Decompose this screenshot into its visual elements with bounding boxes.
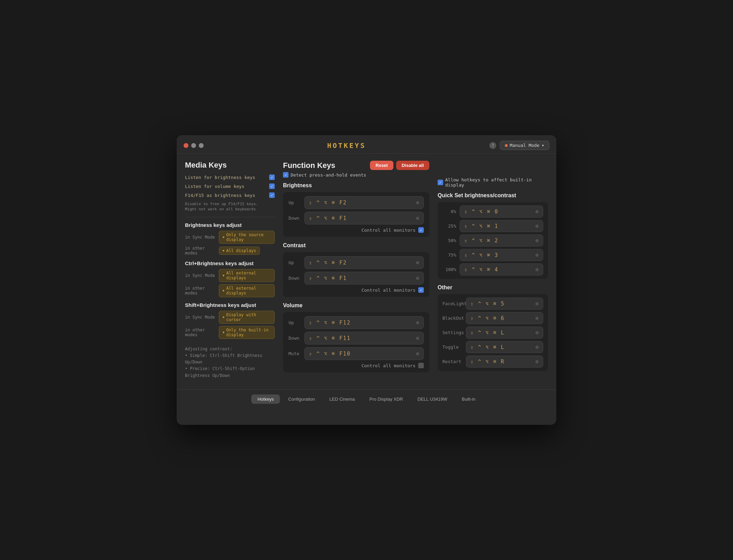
contrast-control-all: Control all monitors ✓ — [289, 287, 424, 293]
brightness-key-area: Up ⇧ ^ ⌥ ⌘ F2 ⊗ Down ⇧ ^ ⌥ ⌘ F1 ⊗ — [283, 192, 429, 237]
dropdown-arrow-2: ▼ — [223, 249, 224, 252]
volume-up-row: Up ⇧ ^ ⌥ ⌘ F12 ⊗ — [289, 316, 424, 329]
brightness-down-row: Down ⇧ ^ ⌥ ⌘ F1 ⊗ — [289, 212, 424, 224]
qs-50-row: 50% ⇧ ^ ⌥ ⌘ 2 ⊗ — [442, 234, 543, 247]
volume-keys-checkbox[interactable]: ✓ — [269, 183, 275, 189]
down-label: Down — [289, 216, 304, 221]
brightness-other-dropdown[interactable]: ▼ All displays — [219, 247, 260, 255]
restart-input[interactable]: ⇧ ^ ⌥ ⌘ R ⊗ — [466, 356, 543, 368]
ctrl-other-dropdown[interactable]: ▼ All external displays — [219, 284, 275, 297]
restart-clear[interactable]: ⊗ — [535, 358, 539, 365]
contrast-control-label: Control all monitors — [361, 288, 416, 293]
qs-0-clear[interactable]: ⊗ — [535, 208, 539, 215]
contrast-down-input[interactable]: ⇧ ^ ⌥ ⌘ F1 ⊗ — [304, 272, 424, 284]
contrast-down-clear[interactable]: ⊗ — [416, 275, 419, 281]
settings-clear[interactable]: ⊗ — [535, 329, 539, 336]
volume-up-label: Up — [289, 320, 304, 325]
contrast-up-input[interactable]: ⇧ ^ ⌥ ⌘ F2 ⊗ — [304, 256, 424, 269]
brightness-sync-dropdown[interactable]: ▼ Only the source display — [219, 231, 275, 244]
dropdown-arrow-5: ▼ — [223, 316, 224, 319]
mode-label: Manual Mode — [510, 143, 539, 148]
reset-button[interactable]: Reset — [370, 161, 393, 170]
tab-configuration[interactable]: Configuration — [282, 394, 321, 404]
settings-input[interactable]: ⇧ ^ ⌥ ⌘ L ⊗ — [466, 327, 543, 339]
shift-sync-dropdown[interactable]: ▼ Display with cursor — [219, 311, 275, 324]
volume-control-checkbox[interactable] — [418, 363, 424, 368]
volume-down-clear[interactable]: ⊗ — [416, 335, 419, 341]
qs-75-row: 75% ⇧ ^ ⌥ ⌘ 3 ⊗ — [442, 249, 543, 261]
brightness-other-row: in other modes ▼ All displays — [185, 246, 275, 256]
shift-other-row: in other modes ▼ Only the built-in displ… — [185, 326, 275, 339]
close-button[interactable] — [184, 143, 188, 148]
shift-other-label: in other modes — [185, 328, 216, 337]
disable-all-button[interactable]: Disable all — [396, 161, 429, 170]
volume-down-keys: ⇧ ^ ⌥ ⌘ F11 — [309, 335, 351, 341]
brightness-up-input[interactable]: ⇧ ^ ⌥ ⌘ F2 ⊗ — [304, 196, 424, 209]
qs-25-clear[interactable]: ⊗ — [535, 223, 539, 229]
qs-75-clear[interactable]: ⊗ — [535, 252, 539, 258]
brightness-down-clear[interactable]: ⊗ — [416, 215, 419, 221]
qs-25-pct: 25% — [442, 223, 456, 229]
ctrl-sync-dropdown[interactable]: ▼ All external displays — [219, 269, 275, 282]
brightness-control-checkbox[interactable]: ✓ — [418, 227, 424, 233]
qs-50-clear[interactable]: ⊗ — [535, 237, 539, 244]
facelight-keys: ⇧ ^ ⌥ ⌘ 5 — [470, 301, 505, 307]
facelight-clear[interactable]: ⊗ — [535, 300, 539, 307]
contrast-up-clear[interactable]: ⊗ — [416, 259, 419, 266]
blackout-clear[interactable]: ⊗ — [535, 315, 539, 321]
blackout-keys: ⇧ ^ ⌥ ⌘ 6 — [470, 315, 505, 321]
qs-50-input[interactable]: ⇧ ^ ⌥ ⌘ 2 ⊗ — [460, 234, 543, 247]
volume-up-clear[interactable]: ⊗ — [416, 319, 419, 326]
brightness-keys-checkbox[interactable]: ✓ — [269, 174, 275, 180]
tab-dell-u3419w[interactable]: DELL U3419W — [411, 394, 453, 404]
f14f15-row: F14/F15 as brightness keys ✓ — [185, 192, 275, 198]
contrast-control-checkbox[interactable]: ✓ — [418, 287, 424, 293]
qs-0-pct: 0% — [442, 209, 456, 214]
brightness-down-input[interactable]: ⇧ ^ ⌥ ⌘ F1 ⊗ — [304, 212, 424, 224]
tab-led-cinema[interactable]: LED Cinema — [323, 394, 361, 404]
toggle-row: Toggle ⇧ ^ ⌥ ⌘ L ⊗ — [442, 341, 543, 353]
app-window: HOTKEYS ? Manual Mode ▾ Media Keys Liste… — [177, 135, 556, 425]
detect-checkbox[interactable]: ✓ — [283, 172, 289, 178]
qs-50-pct: 50% — [442, 238, 456, 243]
toggle-input[interactable]: ⇧ ^ ⌥ ⌘ L ⊗ — [466, 341, 543, 353]
qs-25-input[interactable]: ⇧ ^ ⌥ ⌘ 1 ⊗ — [460, 220, 543, 232]
notes-text: Adjusting contrast: • Simple: Ctrl-Shift… — [185, 346, 275, 379]
f14f15-checkbox[interactable]: ✓ — [269, 192, 275, 198]
volume-down-input[interactable]: ⇧ ^ ⌥ ⌘ F11 ⊗ — [304, 332, 424, 344]
tab-pro-display-xdr[interactable]: Pro Display XDR — [363, 394, 409, 404]
right-column: ✓ Allow hotkeys to affect built-in displ… — [438, 161, 548, 379]
shift-adjust-title: Shift+Brightness keys adjust — [185, 302, 275, 308]
mute-clear[interactable]: ⊗ — [416, 350, 419, 357]
info-button[interactable]: ? — [489, 142, 496, 149]
qs-100-input[interactable]: ⇧ ^ ⌥ ⌘ 4 ⊗ — [460, 263, 543, 276]
volume-up-input[interactable]: ⇧ ^ ⌥ ⌘ F12 ⊗ — [304, 316, 424, 329]
qs-100-clear[interactable]: ⊗ — [535, 266, 539, 273]
facelight-input[interactable]: ⇧ ^ ⌥ ⌘ 5 ⊗ — [466, 298, 543, 310]
shift-sync-value: Display with cursor — [226, 312, 271, 322]
minimize-button[interactable] — [191, 143, 196, 148]
qs-75-input[interactable]: ⇧ ^ ⌥ ⌘ 3 ⊗ — [460, 249, 543, 261]
main-content: Media Keys Listen for brightness keys ✓ … — [177, 154, 556, 386]
tab-built-in[interactable]: Built-in — [456, 394, 482, 404]
mode-button[interactable]: Manual Mode ▾ — [500, 141, 549, 150]
brightness-up-clear[interactable]: ⊗ — [416, 199, 419, 206]
contrast-up-label: Up — [289, 260, 304, 265]
settings-keys: ⇧ ^ ⌥ ⌘ L — [470, 330, 505, 336]
fullscreen-button[interactable] — [199, 143, 204, 148]
blackout-input[interactable]: ⇧ ^ ⌥ ⌘ 6 ⊗ — [466, 312, 543, 324]
toggle-clear[interactable]: ⊗ — [535, 344, 539, 350]
allow-checkbox[interactable]: ✓ — [438, 180, 443, 185]
allow-row: ✓ Allow hotkeys to affect built-in displ… — [438, 177, 548, 188]
shift-other-dropdown[interactable]: ▼ Only the built-in display — [219, 326, 275, 339]
restart-keys: ⇧ ^ ⌥ ⌘ R — [470, 359, 505, 365]
qs-0-input[interactable]: ⇧ ^ ⌥ ⌘ 0 ⊗ — [460, 206, 543, 218]
volume-down-label: Down — [289, 336, 304, 341]
volume-subtitle: Volume — [283, 302, 429, 309]
brightness-other-value: All displays — [226, 248, 256, 253]
tab-hotkeys[interactable]: Hotkeys — [251, 394, 280, 404]
mute-input[interactable]: ⇧ ^ ⌥ ⌘ F10 ⊗ — [304, 347, 424, 360]
contrast-down-label: Down — [289, 276, 304, 281]
other-title: Other — [438, 284, 548, 291]
settings-label: Settings — [442, 330, 463, 335]
